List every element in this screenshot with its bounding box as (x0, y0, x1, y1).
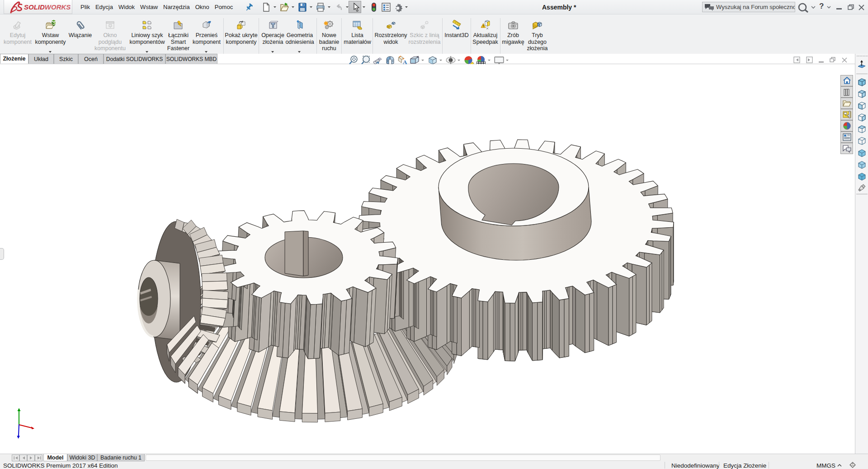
svg-text:!: ! (482, 24, 484, 28)
svg-text:SOLIDWORKS: SOLIDWORKS (24, 3, 71, 11)
